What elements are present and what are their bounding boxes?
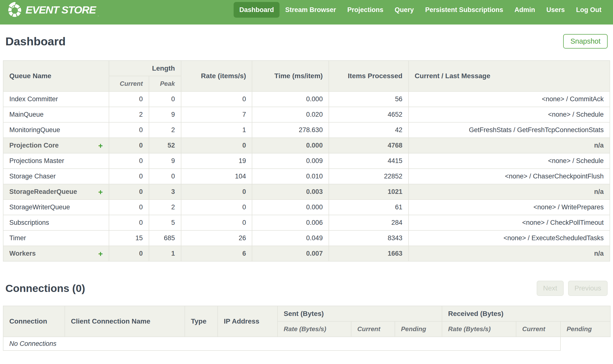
- queue-items-cell: 61: [329, 199, 409, 215]
- queue-message-cell: <none> / CommitAck: [409, 91, 610, 107]
- nav-item-dashboard[interactable]: Dashboard: [234, 2, 280, 18]
- queue-items-cell: 56: [329, 91, 409, 107]
- col-sent-rate: Rate (Bytes/s): [278, 321, 351, 337]
- queue-peak-cell: 1: [149, 246, 181, 261]
- queue-name-cell: Projections Master: [3, 153, 109, 169]
- queue-time-cell: 0.010: [252, 169, 329, 184]
- queue-row: MonitoringQueue021278.63042GetFreshStats…: [3, 122, 610, 138]
- snapshot-button[interactable]: Snapshot: [563, 34, 608, 49]
- queue-items-cell: 4415: [329, 153, 409, 169]
- nav-item-query[interactable]: Query: [389, 2, 419, 18]
- queue-items-cell: 22852: [329, 169, 409, 184]
- col-client-connection-name: Client Connection Name: [65, 306, 185, 337]
- col-sent-bytes: Sent (Bytes): [278, 306, 442, 321]
- brand-trademark: .: [98, 13, 99, 17]
- queue-peak-cell: 2: [149, 122, 181, 138]
- queue-rate-cell: 0: [181, 184, 252, 199]
- queue-rate-cell: 1: [181, 122, 252, 138]
- queue-rate-cell: 19: [181, 153, 252, 169]
- queue-name: StorageWriterQueue: [9, 203, 70, 211]
- col-sent-current: Current: [351, 321, 395, 337]
- queue-time-cell: 0.020: [252, 107, 329, 122]
- nav-item-persistent-subscriptions[interactable]: Persistent Subscriptions: [419, 2, 509, 18]
- queue-time-cell: 0.003: [252, 184, 329, 199]
- queue-name: Storage Chaser: [9, 173, 56, 180]
- queue-message-cell: <none> / Schedule: [409, 107, 610, 122]
- queue-name: Index Committer: [9, 95, 58, 103]
- queue-row: Projections Master09190.0094415<none> / …: [3, 153, 610, 169]
- queue-current-cell: 0: [109, 184, 149, 199]
- queue-rate-cell: 0: [181, 199, 252, 215]
- queue-time-cell: 0.000: [252, 199, 329, 215]
- queue-name-cell: MonitoringQueue: [3, 122, 109, 138]
- queue-peak-cell: 0: [149, 169, 181, 184]
- queue-time-cell: 0.000: [252, 138, 329, 153]
- connections-header-row: Connections (0) Next Previous: [3, 280, 610, 297]
- queue-time-cell: 0.006: [252, 215, 329, 230]
- queue-row: Storage Chaser001040.01022852<none> / Ch…: [3, 169, 610, 184]
- queue-message-cell: n/a: [409, 246, 610, 261]
- expand-plus-icon[interactable]: +: [93, 188, 103, 196]
- page-title: Dashboard: [5, 35, 66, 48]
- brand[interactable]: EVENT STORE .: [7, 2, 99, 18]
- col-received-current: Current: [516, 321, 560, 337]
- queue-name-cell: Workers+: [3, 246, 109, 261]
- nav-item-stream-browser[interactable]: Stream Browser: [280, 2, 341, 18]
- queue-current-cell: 0: [109, 122, 149, 138]
- connections-table-header: Connection Client Connection Name Type I…: [3, 306, 610, 337]
- page-title-row: Dashboard Snapshot: [3, 33, 610, 50]
- queue-time-cell: 0.000: [252, 91, 329, 107]
- queue-message-cell: <none> / ChaserCheckpointFlush: [409, 169, 610, 184]
- queue-name: MonitoringQueue: [9, 126, 60, 134]
- nav-item-admin[interactable]: Admin: [509, 2, 541, 18]
- queue-message-cell: n/a: [409, 184, 610, 199]
- connections-pager: Next Previous: [533, 281, 608, 296]
- expand-plus-icon[interactable]: +: [93, 250, 103, 258]
- col-length: Length: [109, 61, 181, 76]
- queue-time-cell: 0.049: [252, 230, 329, 246]
- queue-row: Timer15685260.0498343<none> / ExecuteSch…: [3, 230, 610, 246]
- queue-items-cell: 284: [329, 215, 409, 230]
- queue-rate-cell: 26: [181, 230, 252, 246]
- queue-group-row: Projection Core+05200.0004768n/a: [3, 138, 610, 153]
- previous-button[interactable]: Previous: [568, 281, 608, 296]
- col-queue-name: Queue Name: [3, 61, 109, 91]
- queue-name-cell: Subscriptions: [3, 215, 109, 230]
- queue-current-cell: 0: [109, 153, 149, 169]
- queue-name: Projection Core: [9, 142, 59, 149]
- queue-message-cell: <none> / ExecuteScheduledTasks: [409, 230, 610, 246]
- col-type: Type: [185, 306, 218, 337]
- no-connections-message: No Connections: [3, 337, 560, 351]
- queue-row: Subscriptions0500.006284<none> / CheckPo…: [3, 215, 610, 230]
- nav-item-projections[interactable]: Projections: [341, 2, 389, 18]
- queue-items-cell: 4652: [329, 107, 409, 122]
- queue-name: MainQueue: [9, 111, 44, 118]
- col-message: Current / Last Message: [409, 61, 610, 91]
- queue-name-cell: Timer: [3, 230, 109, 246]
- nav-item-users[interactable]: Users: [541, 2, 570, 18]
- queue-group-row: Workers+0160.0071663n/a: [3, 246, 610, 261]
- queue-rate-cell: 0: [181, 138, 252, 153]
- queue-row: Index Committer0000.00056<none> / Commit…: [3, 91, 610, 107]
- queue-time-cell: 278.630: [252, 122, 329, 138]
- next-button[interactable]: Next: [537, 281, 564, 296]
- col-rate: Rate (items/s): [181, 61, 252, 91]
- queue-rate-cell: 104: [181, 169, 252, 184]
- queue-current-cell: 15: [109, 230, 149, 246]
- queue-message-cell: <none> / CheckPollTimeout: [409, 215, 610, 230]
- col-received-rate: Rate (Bytes/s): [442, 321, 516, 337]
- col-length-current: Current: [109, 76, 149, 91]
- queue-name-cell: Projection Core+: [3, 138, 109, 153]
- col-time: Time (ms/item): [252, 61, 329, 91]
- nav-item-log-out[interactable]: Log Out: [571, 2, 607, 18]
- queue-name-cell: StorageWriterQueue: [3, 199, 109, 215]
- expand-plus-icon[interactable]: +: [93, 142, 103, 150]
- queue-message-cell: n/a: [409, 138, 610, 153]
- queue-group-row: StorageReaderQueue+0300.0031021n/a: [3, 184, 610, 199]
- queue-name-cell: Storage Chaser: [3, 169, 109, 184]
- queue-peak-cell: 0: [149, 91, 181, 107]
- col-items-processed: Items Processed: [329, 61, 409, 91]
- queue-items-cell: 1663: [329, 246, 409, 261]
- queue-name: Subscriptions: [9, 219, 49, 226]
- brand-wordmark: EVENT STORE: [26, 5, 96, 15]
